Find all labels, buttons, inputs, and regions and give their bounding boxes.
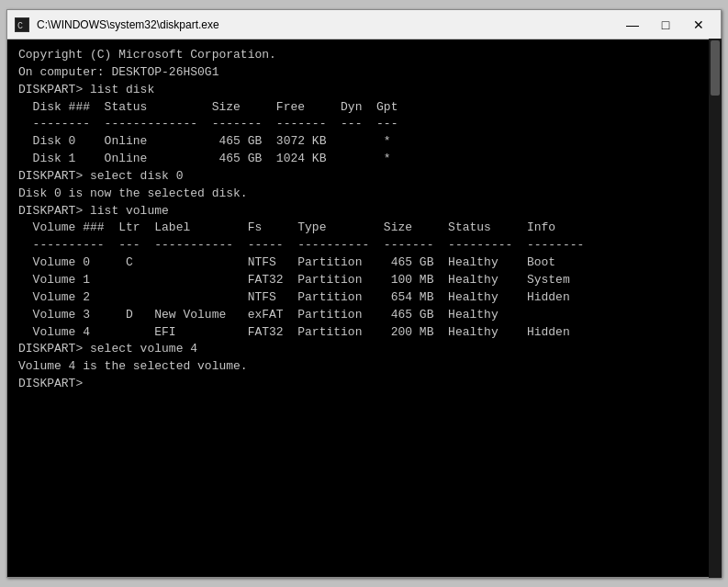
terminal-output: Copyright (C) Microsoft Corporation.On c… xyxy=(18,47,713,570)
terminal-body[interactable]: Copyright (C) Microsoft Corporation.On c… xyxy=(7,40,721,577)
terminal-line: Volume 4 is the selected volume. xyxy=(18,358,713,376)
terminal-line: Volume ### Ltr Label Fs Type Size Status… xyxy=(18,220,713,237)
terminal-line: Disk 1 Online 465 GB 1024 KB * xyxy=(18,151,713,168)
terminal-line: Disk 0 Online 465 GB 3072 KB * xyxy=(18,133,713,151)
terminal-line: Volume 4 EFI FAT32 Partition 200 MB Heal… xyxy=(18,324,713,342)
terminal-line: ---------- --- ----------- ----- -------… xyxy=(18,237,713,254)
maximize-button[interactable]: □ xyxy=(651,16,680,34)
terminal-line: DISKPART> list disk xyxy=(18,82,713,99)
close-button[interactable]: ✕ xyxy=(684,16,713,34)
window-title: C:\WINDOWS\system32\diskpart.exe xyxy=(37,18,618,31)
terminal-line: DISKPART> select disk 0 xyxy=(18,168,713,186)
svg-text:C: C xyxy=(17,21,23,31)
terminal-line: DISKPART> select volume 4 xyxy=(18,341,713,358)
window-controls: — □ ✕ xyxy=(618,16,713,34)
terminal-line: Disk 0 is now the selected disk. xyxy=(18,186,713,203)
title-bar: C C:\WINDOWS\system32\diskpart.exe — □ ✕ xyxy=(7,10,721,40)
terminal-line: Copyright (C) Microsoft Corporation. xyxy=(18,47,713,64)
terminal-line: DISKPART> list volume xyxy=(18,203,713,220)
scrollbar-thumb[interactable] xyxy=(711,40,720,96)
terminal-line: DISKPART> xyxy=(18,376,713,393)
terminal-line: Volume 2 NTFS Partition 654 MB Healthy H… xyxy=(18,289,713,307)
terminal-line: Volume 0 C NTFS Partition 465 GB Healthy… xyxy=(18,254,713,272)
terminal-line: Volume 3 D New Volume exFAT Partition 46… xyxy=(18,307,713,324)
terminal-window: C C:\WINDOWS\system32\diskpart.exe — □ ✕… xyxy=(6,9,722,578)
terminal-line: -------- ------------- ------- ------- -… xyxy=(18,116,713,133)
minimize-button[interactable]: — xyxy=(618,16,647,34)
scrollbar[interactable] xyxy=(709,39,722,578)
app-icon: C xyxy=(15,17,29,32)
terminal-line: On computer: DESKTOP-26HS0G1 xyxy=(18,64,713,82)
terminal-line: Volume 1 FAT32 Partition 100 MB Healthy … xyxy=(18,272,713,289)
terminal-line: Disk ### Status Size Free Dyn Gpt xyxy=(18,99,713,117)
